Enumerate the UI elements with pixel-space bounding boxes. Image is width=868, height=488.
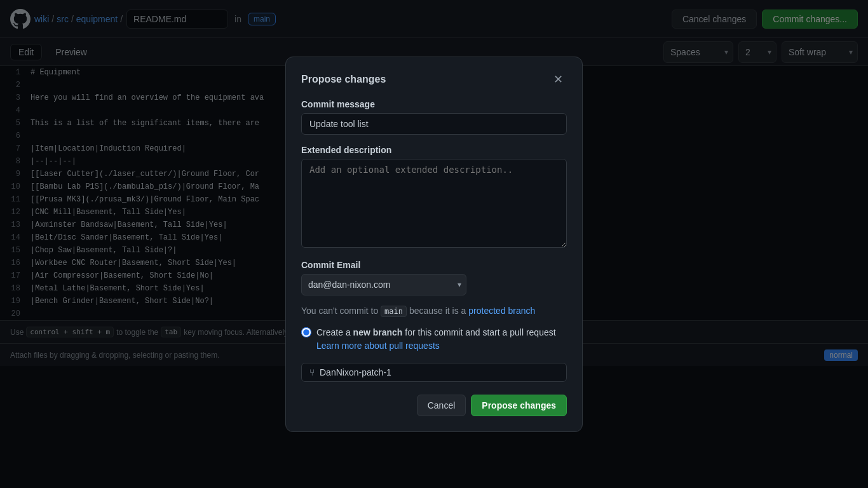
propose-changes-button[interactable]: Propose changes bbox=[471, 395, 567, 416]
commit-message-label: Commit message bbox=[301, 99, 567, 109]
propose-changes-modal: Propose changes ✕ Commit message Extende… bbox=[285, 57, 583, 432]
branch-icon: ⑂ bbox=[309, 367, 315, 377]
email-select-wrapper: dan@dan-nixon.com bbox=[301, 274, 466, 295]
protected-notice: You can't commit to main because it is a… bbox=[301, 306, 567, 316]
new-branch-radio[interactable] bbox=[301, 327, 311, 337]
commit-message-input[interactable] bbox=[301, 113, 567, 135]
modal-overlay: Propose changes ✕ Commit message Extende… bbox=[0, 0, 868, 488]
branch-name-wrapper: ⑂ bbox=[301, 363, 567, 382]
extended-desc-textarea[interactable] bbox=[301, 159, 567, 248]
commit-email-group: Commit Email dan@dan-nixon.com bbox=[301, 260, 567, 295]
modal-close-button[interactable]: ✕ bbox=[550, 72, 567, 86]
modal-header: Propose changes ✕ bbox=[301, 72, 567, 86]
commit-email-select[interactable]: dan@dan-nixon.com bbox=[301, 274, 466, 295]
modal-title: Propose changes bbox=[301, 74, 386, 85]
extended-desc-label: Extended description bbox=[301, 145, 567, 155]
extended-desc-group: Extended description bbox=[301, 145, 567, 250]
modal-cancel-button[interactable]: Cancel bbox=[417, 395, 466, 416]
protected-branch-link[interactable]: protected branch bbox=[468, 306, 535, 316]
learn-more-link[interactable]: Learn more about pull requests bbox=[316, 341, 440, 351]
branch-code: main bbox=[381, 306, 407, 317]
commit-message-group: Commit message bbox=[301, 99, 567, 135]
new-branch-radio-label: Create a new branch for this commit and … bbox=[316, 326, 567, 353]
commit-email-label: Commit Email bbox=[301, 260, 567, 270]
modal-footer: Cancel Propose changes bbox=[301, 395, 567, 416]
branch-name-input[interactable] bbox=[320, 367, 559, 377]
new-branch-strong: new branch bbox=[353, 327, 403, 337]
new-branch-radio-option: Create a new branch for this commit and … bbox=[301, 326, 567, 353]
